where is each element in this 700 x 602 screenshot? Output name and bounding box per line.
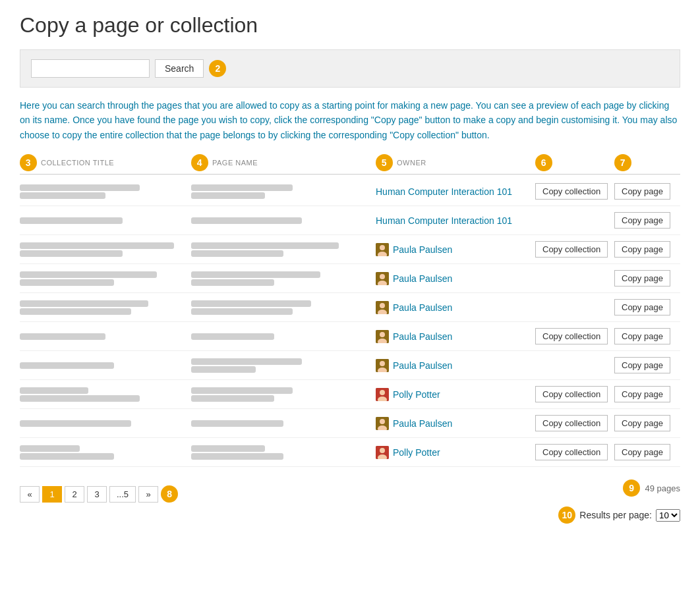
copy-collection-cell: Copy collection — [535, 183, 614, 200]
table-row: Paula PaulsenCopy collectionCopy page — [20, 235, 680, 264]
results-per-page-label: Results per page: — [579, 510, 652, 520]
copy-collection-button[interactable]: Copy collection — [535, 328, 608, 344]
results-per-page-badge: 10 — [558, 506, 575, 524]
page-cell — [191, 241, 376, 258]
owner-name: Polly Potter — [393, 389, 440, 400]
svg-point-16 — [380, 390, 385, 395]
page-title: Copy a page or collection — [20, 13, 680, 38]
copy-page-button[interactable]: Copy page — [614, 299, 670, 315]
col-copy-collection-badge: 6 — [535, 154, 552, 171]
svg-point-7 — [380, 303, 385, 308]
copy-page-button[interactable]: Copy page — [614, 212, 670, 229]
copy-collection-button[interactable]: Copy collection — [535, 241, 608, 258]
avatar — [376, 272, 389, 285]
avatar — [376, 330, 389, 343]
copy-page-button[interactable]: Copy page — [614, 183, 670, 200]
search-button[interactable]: Search — [155, 59, 204, 78]
owner-name: Paula Paulsen — [393, 418, 452, 429]
owner-cell: Paula Paulsen — [376, 330, 535, 343]
page-cell — [191, 299, 376, 316]
footer-row: « 1 2 3 ...5 » 8 9 49 pages — [20, 474, 680, 503]
collection-cell — [20, 444, 191, 461]
table-row: Polly PotterCopy collectionCopy page — [20, 380, 680, 409]
owner-name: Human Computer Interaction 101 — [376, 215, 512, 226]
results-table: 3 COLLECTION TITLE 4 PAGE NAME 5 OWNER 6… — [20, 154, 680, 467]
copy-page-cell: Copy page — [614, 212, 680, 229]
col-owner: 5 OWNER — [376, 154, 535, 171]
collection-cell — [20, 270, 191, 287]
table-row: Paula PaulsenCopy page — [20, 293, 680, 322]
page-ellipsis-button[interactable]: ...5 — [109, 486, 136, 503]
copy-page-button[interactable]: Copy page — [614, 328, 670, 344]
next-page-button[interactable]: » — [138, 486, 158, 503]
owner-cell: Polly Potter — [376, 388, 535, 401]
copy-page-cell: Copy page — [614, 241, 680, 258]
copy-collection-button[interactable]: Copy collection — [535, 183, 608, 200]
owner-name: Paula Paulsen — [393, 244, 452, 255]
owner-cell: Human Computer Interaction 101 — [376, 186, 535, 197]
svg-point-10 — [380, 332, 385, 337]
search-input[interactable] — [31, 59, 150, 78]
owner-cell: Paula Paulsen — [376, 359, 535, 372]
table-row: Paula PaulsenCopy page — [20, 264, 680, 293]
copy-collection-cell: Copy collection — [535, 328, 614, 344]
owner-name: Paula Paulsen — [393, 331, 452, 342]
table-row: Polly PotterCopy collectionCopy page — [20, 438, 680, 467]
collection-cell — [20, 419, 191, 428]
copy-page-cell: Copy page — [614, 183, 680, 200]
collection-cell — [20, 332, 191, 341]
copy-collection-button[interactable]: Copy collection — [535, 444, 608, 460]
svg-point-4 — [380, 274, 385, 279]
copy-page-button[interactable]: Copy page — [614, 415, 670, 431]
col-copy-page-badge: 7 — [614, 154, 631, 171]
owner-name: Paula Paulsen — [393, 302, 452, 313]
copy-collection-cell: Copy collection — [535, 444, 614, 460]
copy-page-button[interactable]: Copy page — [614, 444, 670, 460]
page-cell — [191, 332, 376, 341]
page-cell — [191, 419, 376, 428]
copy-collection-cell: Copy collection — [535, 386, 614, 402]
avatar — [376, 446, 389, 459]
col-owner-badge: 5 — [376, 154, 393, 171]
collection-cell — [20, 183, 191, 200]
copy-page-button[interactable]: Copy page — [614, 241, 670, 258]
page-cell — [191, 357, 376, 374]
total-pages-badge: 9 — [623, 479, 640, 497]
table-body: Human Computer Interaction 101Copy colle… — [20, 177, 680, 467]
copy-collection-cell: Copy collection — [535, 241, 614, 258]
prev-page-button[interactable]: « — [20, 486, 40, 503]
avatar — [376, 301, 389, 314]
results-per-page-select[interactable]: 10 20 50 — [656, 509, 680, 522]
copy-collection-button[interactable]: Copy collection — [535, 386, 608, 402]
col-collection-badge: 3 — [20, 154, 37, 171]
table-row: Human Computer Interaction 101Copy colle… — [20, 177, 680, 206]
copy-collection-button[interactable]: Copy collection — [535, 415, 608, 431]
copy-page-button[interactable]: Copy page — [614, 357, 670, 373]
copy-page-button[interactable]: Copy page — [614, 270, 670, 287]
search-badge: 2 — [209, 60, 226, 77]
copy-page-cell: Copy page — [614, 415, 680, 431]
svg-point-13 — [380, 361, 385, 366]
table-row: Human Computer Interaction 101Copy page — [20, 206, 680, 235]
col-copy-collection-header: 6 — [535, 154, 614, 171]
collection-cell — [20, 386, 191, 403]
page-cell — [191, 444, 376, 461]
avatar — [376, 359, 389, 372]
page-1-button[interactable]: 1 — [42, 486, 62, 503]
copy-page-button[interactable]: Copy page — [614, 386, 670, 402]
page-3-button[interactable]: 3 — [87, 486, 107, 503]
owner-cell: Polly Potter — [376, 446, 535, 459]
col-collection-title: 3 COLLECTION TITLE — [20, 154, 191, 171]
pagination-badge: 8 — [161, 485, 178, 503]
avatar — [376, 243, 389, 256]
col-copy-page-header: 7 — [614, 154, 680, 171]
avatar — [376, 417, 389, 430]
page-2-button[interactable]: 2 — [65, 486, 84, 503]
owner-name: Paula Paulsen — [393, 273, 452, 284]
svg-point-1 — [380, 245, 385, 250]
page-cell — [191, 183, 376, 200]
collection-cell — [20, 216, 191, 225]
table-header: 3 COLLECTION TITLE 4 PAGE NAME 5 OWNER 6… — [20, 154, 680, 175]
total-pages: 9 49 pages — [623, 479, 680, 497]
owner-cell: Paula Paulsen — [376, 417, 535, 430]
